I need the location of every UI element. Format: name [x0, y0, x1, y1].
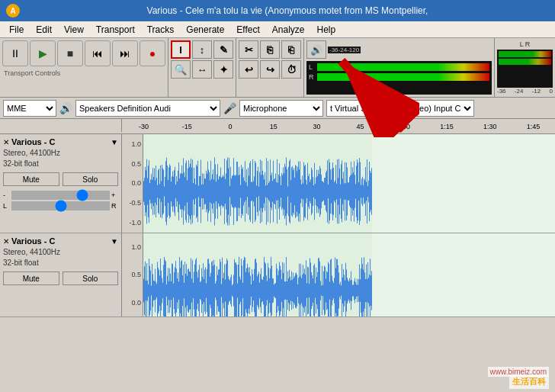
- track-2-close-button[interactable]: ✕: [3, 237, 9, 246]
- track-1-title-bar: ✕ Various - C ▼: [3, 137, 118, 146]
- tick-100: 1:00: [382, 123, 425, 130]
- window-title: Various - Cele m'a tolu la vie (Anonymou…: [26, 5, 549, 16]
- record-button[interactable]: ●: [140, 40, 165, 66]
- menu-edit[interactable]: Edit: [30, 23, 58, 37]
- transport-row2: Transport Controls: [2, 68, 165, 77]
- tools-row2: 🔍 ↔ ✦: [171, 60, 233, 79]
- menu-analyze[interactable]: Analyze: [266, 23, 311, 37]
- scale-0-0: 0.0: [131, 179, 141, 187]
- zoom-tool-button[interactable]: 🔍: [171, 60, 191, 79]
- menu-transport[interactable]: Transport: [90, 23, 141, 37]
- track-2-mute-button[interactable]: Mute: [3, 272, 59, 285]
- vu-scale-neg24: -24: [338, 47, 348, 53]
- vu-controls: 🔊 -36 -24 -12 0: [306, 40, 492, 59]
- stop-button[interactable]: ■: [57, 40, 83, 66]
- track-2-title-bar: ✕ Various - C ▼: [3, 236, 118, 246]
- edit-tools-area: ✂ ⎘ ⎗ ↩ ↪ ⏱: [236, 38, 304, 97]
- lr-bar1: [499, 51, 551, 57]
- scale2-0-5: 0.5: [131, 271, 141, 278]
- l-label: L: [520, 40, 524, 48]
- volume-icon[interactable]: 🔊: [306, 40, 326, 59]
- skip-back-button[interactable]: ⏮: [85, 40, 111, 66]
- tick-130: 1:30: [468, 123, 512, 130]
- track-1-pan-slider[interactable]: [11, 201, 110, 210]
- tick-45: 45: [338, 123, 382, 130]
- track-2-arrow[interactable]: ▼: [111, 237, 118, 246]
- track-1-close-button[interactable]: ✕: [3, 138, 9, 146]
- timeline-ticks: -30 -15 0 15 30 45 1:00 1:15 1:30 1:45: [122, 123, 555, 132]
- track-2-info1: Stereo, 44100Hz: [3, 247, 118, 258]
- channels-select[interactable]: 2 (Stereo) Input C: [390, 100, 474, 117]
- redo-button[interactable]: ↪: [260, 60, 280, 79]
- pan-l-label: L: [3, 202, 10, 210]
- track-1-canvas: [143, 134, 372, 233]
- track-1-volume-slider[interactable]: [11, 191, 110, 200]
- timeshift-tool-button[interactable]: ↔: [192, 60, 212, 79]
- menu-view[interactable]: View: [58, 23, 90, 37]
- menu-file[interactable]: File: [3, 23, 30, 37]
- multi-tool-button[interactable]: ✦: [213, 60, 233, 79]
- recording-device-select[interactable]: Microphone: [239, 100, 323, 117]
- cut-button[interactable]: ✂: [239, 40, 258, 59]
- volume-plus: +: [111, 191, 118, 199]
- menu-generate[interactable]: Generate: [180, 23, 230, 37]
- tick-neg15: -15: [165, 123, 209, 130]
- vu-scale-labels: -36 -24 -12 0: [328, 47, 361, 53]
- edit-row1: ✂ ⎘ ⎗: [239, 40, 301, 59]
- select-tool-button[interactable]: I: [171, 40, 191, 59]
- pause-button[interactable]: ⏸: [2, 40, 28, 66]
- playback-device-select[interactable]: Speakers Definition Audi: [75, 100, 220, 117]
- track-2-canvas: [143, 233, 372, 316]
- track-1-solo-button[interactable]: Solo: [63, 172, 119, 186]
- vu-meter-area: 🔊 -36 -24 -12 0 L R: [304, 38, 494, 97]
- watermark-url: www.bimeiz.com: [488, 367, 549, 377]
- track-1-mute-button[interactable]: Mute: [3, 172, 59, 186]
- undo-button[interactable]: ↩: [239, 60, 258, 79]
- virt-select[interactable]: t Virtual S: [326, 100, 387, 117]
- scale-0-5: 0.5: [131, 160, 141, 168]
- transport-label: Transport Controls: [4, 69, 60, 77]
- lr-bar2: [499, 59, 551, 65]
- sync-button[interactable]: ⏱: [281, 60, 301, 79]
- menu-tracks[interactable]: Tracks: [141, 23, 181, 37]
- lr-vu-bars: [497, 50, 553, 88]
- track-2-info2: 32-bit float: [3, 258, 118, 268]
- play-button[interactable]: ▶: [30, 40, 56, 66]
- copy-button[interactable]: ⎘: [260, 40, 280, 59]
- track-1-info1: Stereo, 44100Hz: [3, 148, 118, 159]
- track-2: ✕ Various - C ▼ Stereo, 44100Hz 32-bit f…: [0, 233, 555, 317]
- playback-icon: 🔊: [59, 102, 72, 114]
- vu-scale-neg36: -36: [329, 47, 338, 53]
- pan-r-label: R: [111, 202, 118, 210]
- menu-help[interactable]: Help: [311, 23, 342, 37]
- device-toolbar: MME 🔊 Speakers Definition Audi 🎤 Microph…: [0, 98, 555, 119]
- scale2-0-0: 0.0: [131, 299, 141, 307]
- paste-button[interactable]: ⎗: [281, 40, 301, 59]
- tick-0: 0: [209, 123, 252, 130]
- draw-tool-button[interactable]: ✎: [213, 40, 233, 59]
- track-1-arrow[interactable]: ▼: [111, 138, 118, 146]
- transport-row1: ⏸ ▶ ■ ⏮ ⏭ ●: [2, 40, 165, 66]
- tick-30: 30: [295, 123, 338, 130]
- scale2-1-0: 1.0: [131, 243, 141, 251]
- right-vu-section: L R -36 -24 -12 0: [494, 38, 555, 97]
- tools-area: I ↕ ✎ 🔍 ↔ ✦: [168, 38, 236, 97]
- track-2-solo-button[interactable]: Solo: [63, 272, 119, 285]
- track-1-controls: ✕ Various - C ▼ Stereo, 44100Hz 32-bit f…: [0, 134, 122, 233]
- track-1-waveform: 1.0 0.5 0.0 -0.5 -1.0: [122, 134, 555, 233]
- tick-15: 15: [252, 123, 295, 130]
- track-2-buttons: Mute Solo: [3, 272, 118, 285]
- track-2-waveform: 1.0 0.5 0.0: [122, 233, 555, 316]
- skip-fwd-button[interactable]: ⏭: [112, 40, 138, 66]
- vu-l-label: L: [309, 63, 315, 71]
- tools-row1: I ↕ ✎: [171, 40, 233, 59]
- lr-header: L R: [497, 40, 553, 48]
- scale-neg-1-0: -1.0: [129, 219, 141, 227]
- scale-neg-0-5: -0.5: [129, 199, 141, 207]
- tick-145: 1:45: [512, 123, 555, 130]
- host-select[interactable]: MME: [3, 100, 56, 117]
- track-1-buttons: Mute Solo: [3, 172, 118, 186]
- track-1: ✕ Various - C ▼ Stereo, 44100Hz 32-bit f…: [0, 134, 555, 233]
- envelope-tool-button[interactable]: ↕: [192, 40, 212, 59]
- menu-effect[interactable]: Effect: [230, 23, 265, 37]
